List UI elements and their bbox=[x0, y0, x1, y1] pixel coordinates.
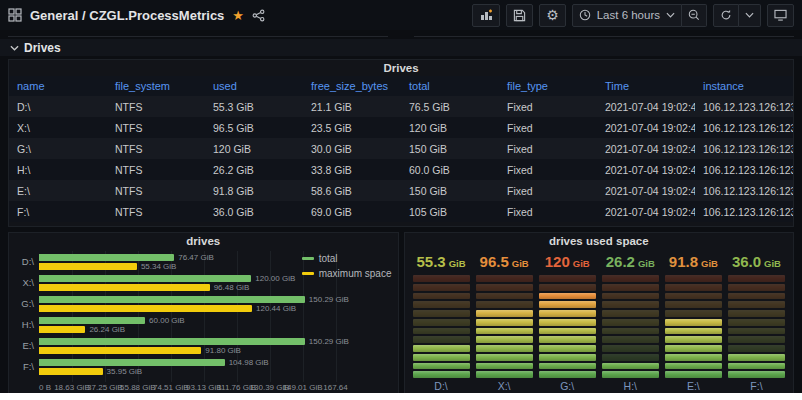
gauge-value: 55.3GiB bbox=[413, 251, 470, 273]
gauge-value-unit: GiB bbox=[638, 258, 655, 269]
gauge-segment-lit bbox=[665, 371, 722, 378]
bar-value-label: 60.00 GiB bbox=[149, 316, 185, 325]
gauge-segment-unlit bbox=[476, 293, 533, 300]
nav-divider bbox=[0, 30, 802, 37]
gauge-value: 91.8GiB bbox=[665, 251, 722, 273]
total-bar-line: 150.29 GiB bbox=[39, 296, 336, 303]
drives-table-panel: Drives namefile_systemusedfree_size_byte… bbox=[8, 59, 794, 227]
panel-title[interactable]: drives bbox=[9, 233, 398, 249]
legend-item[interactable]: maximum space bbox=[302, 268, 392, 279]
gauge-category-label: D:\ bbox=[413, 380, 470, 393]
table-cell: G:\ bbox=[9, 138, 107, 159]
gauge-segment-lit bbox=[539, 363, 596, 370]
gauge-segment-unlit bbox=[602, 345, 659, 352]
total-bar bbox=[39, 296, 305, 303]
legend-item[interactable]: total bbox=[302, 253, 392, 264]
save-dashboard-button[interactable] bbox=[506, 4, 533, 27]
gauge-value-number: 55.3 bbox=[416, 253, 445, 270]
gauge-segment-unlit bbox=[602, 319, 659, 326]
gauge-segment-lit bbox=[602, 363, 659, 370]
share-icon[interactable] bbox=[252, 9, 265, 22]
gauge-segment-unlit bbox=[539, 275, 596, 282]
nav-left: General / CZGL.ProcessMetrics ★ bbox=[8, 8, 265, 23]
gauge-segments bbox=[413, 275, 470, 378]
table-cell: 36.0 GiB bbox=[205, 201, 303, 222]
used-bar bbox=[39, 368, 103, 375]
column-header[interactable]: name bbox=[9, 76, 107, 96]
gauge-segment-lit bbox=[539, 301, 596, 308]
dashboard-settings-button[interactable]: ⚙ bbox=[539, 4, 566, 27]
column-header[interactable]: total bbox=[401, 76, 499, 96]
gauge-segments bbox=[665, 275, 722, 378]
table-cell: 21.1 GiB bbox=[303, 96, 401, 117]
gauge-segment-unlit bbox=[728, 319, 785, 326]
used-bar bbox=[39, 326, 85, 333]
chart-row: D:\76.47 GiB55.34 GiB bbox=[13, 251, 336, 272]
gauge-value: 96.5GiB bbox=[476, 251, 533, 273]
tv-mode-button[interactable] bbox=[767, 4, 794, 27]
used-bar-line: 55.34 GiB bbox=[39, 263, 336, 270]
table-cell: 150 GiB bbox=[401, 138, 499, 159]
favorite-star-icon[interactable]: ★ bbox=[232, 9, 244, 22]
y-axis-label: E:\ bbox=[13, 340, 39, 351]
bar-value-label: 104.98 GiB bbox=[229, 358, 269, 367]
gauge-category-label: H:\ bbox=[602, 380, 659, 393]
table-cell: Fixed bbox=[499, 180, 597, 201]
gauge-value-number: 26.2 bbox=[606, 253, 635, 270]
gauge-segments bbox=[602, 275, 659, 378]
zoom-out-time-button[interactable] bbox=[682, 4, 707, 27]
gauge-segment-lit bbox=[539, 371, 596, 378]
chart-row: E:\150.29 GiB91.80 GiB bbox=[13, 335, 336, 356]
drives-used-space-panel: drives used space 55.3GiBD:\96.5GiBX:\12… bbox=[404, 232, 795, 393]
refresh-button[interactable] bbox=[713, 4, 739, 27]
panel-title[interactable]: drives used space bbox=[405, 233, 794, 249]
dashboard-grid-icon[interactable] bbox=[8, 8, 22, 22]
table-cell: 58.6 GiB bbox=[303, 180, 401, 201]
panel-title[interactable]: Drives bbox=[9, 60, 793, 76]
time-range-picker[interactable]: Last 6 hours bbox=[572, 4, 682, 27]
bar-pair: 150.29 GiB91.80 GiB bbox=[39, 338, 336, 354]
gauge-column: 55.3GiBD:\ bbox=[413, 251, 470, 393]
table-cell: 96.5 GiB bbox=[205, 117, 303, 138]
column-header[interactable]: file_system bbox=[107, 76, 205, 96]
column-header[interactable]: file_type bbox=[499, 76, 597, 96]
gauge-segment-lit bbox=[539, 293, 596, 300]
gauge-segment-unlit bbox=[728, 310, 785, 317]
gauge-column: 96.5GiBX:\ bbox=[476, 251, 533, 393]
column-header[interactable]: free_size_bytes bbox=[303, 76, 401, 96]
table-cell: 2021-07-04 19:02:45 bbox=[597, 96, 695, 117]
gauge-segment-lit bbox=[476, 310, 533, 317]
gauge-segment-unlit bbox=[665, 284, 722, 291]
gauge-category-label: X:\ bbox=[476, 380, 533, 393]
section-row-drives[interactable]: Drives bbox=[0, 39, 802, 56]
refresh-interval-dropdown[interactable] bbox=[739, 4, 761, 27]
chevron-down-icon bbox=[666, 12, 675, 18]
legend-swatch bbox=[302, 257, 314, 260]
table-cell: 106.12.123.126:1234 bbox=[695, 96, 793, 117]
total-bar bbox=[39, 254, 174, 261]
column-header[interactable]: instance bbox=[695, 76, 793, 96]
gauge-segment-unlit bbox=[728, 301, 785, 308]
add-panel-button[interactable] bbox=[472, 4, 500, 27]
bar-pair: 150.29 GiB120.44 GiB bbox=[39, 296, 336, 312]
gauge-category-label: G:\ bbox=[539, 380, 596, 393]
collapse-chevron-icon bbox=[10, 45, 19, 51]
table-cell: NTFS bbox=[107, 180, 205, 201]
table-cell: 106.12.123.126:1234 bbox=[695, 201, 793, 222]
table-row: H:\NTFS26.2 GiB33.8 GiB60.0 GiBFixed2021… bbox=[9, 159, 793, 180]
gauge-segment-lit bbox=[665, 328, 722, 335]
column-header[interactable]: Time bbox=[597, 76, 695, 96]
breadcrumb[interactable]: General / CZGL.ProcessMetrics bbox=[30, 8, 224, 23]
table-body: D:\NTFS55.3 GiB21.1 GiB76.5 GiBFixed2021… bbox=[9, 96, 793, 222]
gauge-segment-unlit bbox=[602, 275, 659, 282]
bar-value-label: 35.95 GiB bbox=[107, 367, 143, 376]
table-row: G:\NTFS120 GiB30.0 GiB150 GiBFixed2021-0… bbox=[9, 138, 793, 159]
total-bar-line: 104.98 GiB bbox=[39, 359, 336, 366]
gauge-segment-lit bbox=[413, 363, 470, 370]
bar-value-label: 96.48 GiB bbox=[214, 283, 250, 292]
refresh-controls bbox=[713, 4, 761, 27]
bar-value-label: 26.24 GiB bbox=[89, 325, 125, 334]
column-header[interactable]: used bbox=[205, 76, 303, 96]
gauge-segment-lit bbox=[728, 363, 785, 370]
gauge-value-number: 120 bbox=[545, 253, 570, 270]
